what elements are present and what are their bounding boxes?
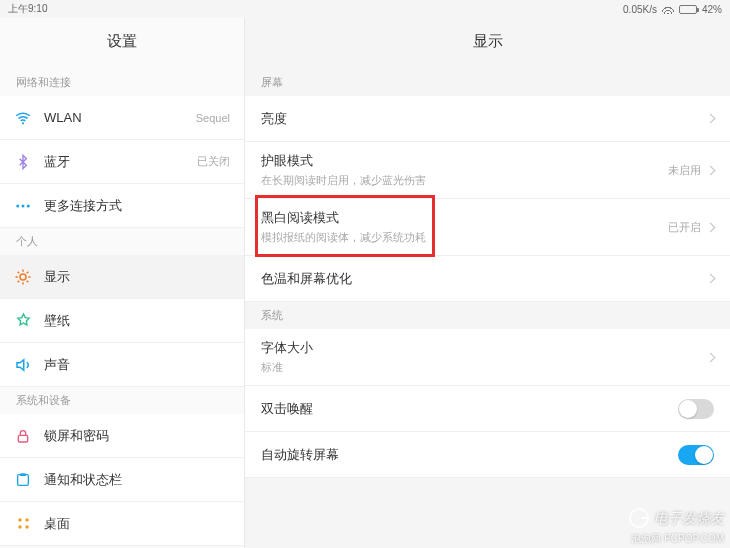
chevron-right-icon <box>706 165 716 175</box>
status-right: 0.05K/s 42% <box>623 4 722 15</box>
row-title: 字体大小 <box>261 339 707 357</box>
svg-point-1 <box>16 204 19 207</box>
row-state: 未启用 <box>668 163 701 178</box>
status-bar: 上午9:10 0.05K/s 42% <box>0 0 730 18</box>
toggle-auto-rotate[interactable] <box>678 445 714 465</box>
bluetooth-icon <box>14 153 32 171</box>
section-label: 网络和连接 <box>0 69 244 96</box>
sidebar-item-sound[interactable]: 声音 <box>0 343 244 387</box>
sidebar-item-notif[interactable]: 通知和状态栏 <box>0 458 244 502</box>
row-state: 已开启 <box>668 220 701 235</box>
watermark-logo-icon <box>629 508 649 528</box>
wifi-icon <box>14 109 32 127</box>
sidebar-item-label: 桌面 <box>44 515 230 533</box>
sidebar-item-bluetooth[interactable]: 蓝牙已关闭 <box>0 140 244 184</box>
svg-rect-7 <box>20 473 25 476</box>
row-brightness[interactable]: 亮度 <box>245 96 730 142</box>
sidebar-item-wlan[interactable]: WLANSequel <box>0 96 244 140</box>
sidebar-item-label: 更多连接方式 <box>44 197 230 215</box>
chevron-right-icon <box>706 222 716 232</box>
net-speed: 0.05K/s <box>623 4 657 15</box>
row-color-opt[interactable]: 色温和屏幕优化 <box>245 256 730 302</box>
svg-point-10 <box>18 525 22 529</box>
chevron-right-icon <box>706 274 716 284</box>
dots-icon <box>14 197 32 215</box>
row-eye-mode[interactable]: 护眼模式在长期阅读时启用，减少蓝光伤害未启用 <box>245 142 730 199</box>
sidebar-item-value: 已关闭 <box>197 154 230 169</box>
display-icon <box>14 268 32 286</box>
sidebar-item-more-conn[interactable]: 更多连接方式 <box>0 184 244 228</box>
panel-title: 显示 <box>245 18 730 69</box>
settings-sidebar: 设置 网络和连接WLANSequel蓝牙已关闭更多连接方式个人显示壁纸声音系统和… <box>0 18 245 548</box>
wallpaper-icon <box>14 312 32 330</box>
row-title: 黑白阅读模式 <box>261 209 668 227</box>
row-font-size[interactable]: 字体大小标准 <box>245 329 730 386</box>
notif-icon <box>14 471 32 489</box>
svg-point-4 <box>20 274 26 280</box>
svg-point-2 <box>22 204 25 207</box>
section-label: 个人 <box>0 228 244 255</box>
row-subtitle: 标准 <box>261 360 707 375</box>
row-subtitle: 模拟报纸的阅读体，减少系统功耗 <box>261 230 668 245</box>
svg-point-3 <box>27 204 30 207</box>
sidebar-item-label: 声音 <box>44 356 230 374</box>
watermark: 电子发烧友 泡泡网 PCPOP.COM <box>629 508 724 546</box>
row-title: 护眼模式 <box>261 152 668 170</box>
sidebar-item-display[interactable]: 显示 <box>0 255 244 299</box>
sidebar-item-label: 显示 <box>44 268 230 286</box>
row-title: 双击唤醒 <box>261 400 678 418</box>
svg-point-8 <box>18 518 22 522</box>
svg-point-11 <box>25 525 29 529</box>
toggle-double-tap[interactable] <box>678 399 714 419</box>
svg-rect-6 <box>18 474 29 485</box>
svg-rect-5 <box>18 435 27 442</box>
home-icon <box>14 515 32 533</box>
sidebar-item-label: WLAN <box>44 110 184 125</box>
sidebar-item-value: Sequel <box>196 112 230 124</box>
row-title: 亮度 <box>261 110 707 128</box>
sidebar-item-label: 通知和状态栏 <box>44 471 230 489</box>
detail-panel: 显示 屏幕亮度护眼模式在长期阅读时启用，减少蓝光伤害未启用黑白阅读模式模拟报纸的… <box>245 18 730 548</box>
battery-icon <box>679 5 697 14</box>
sidebar-item-lock[interactable]: 锁屏和密码 <box>0 414 244 458</box>
row-subtitle: 在长期阅读时启用，减少蓝光伤害 <box>261 173 668 188</box>
sound-icon <box>14 356 32 374</box>
chevron-right-icon <box>706 352 716 362</box>
wifi-status-icon <box>662 5 674 14</box>
status-time: 上午9:10 <box>8 2 47 16</box>
row-double-tap[interactable]: 双击唤醒 <box>245 386 730 432</box>
sidebar-item-label: 壁纸 <box>44 312 230 330</box>
row-auto-rotate[interactable]: 自动旋转屏幕 <box>245 432 730 478</box>
lock-icon <box>14 427 32 445</box>
sidebar-item-wallpaper[interactable]: 壁纸 <box>0 299 244 343</box>
svg-point-9 <box>25 518 29 522</box>
battery-pct: 42% <box>702 4 722 15</box>
group-label: 屏幕 <box>245 69 730 96</box>
section-label: 系统和设备 <box>0 387 244 414</box>
group-label: 系统 <box>245 302 730 329</box>
sidebar-item-label: 蓝牙 <box>44 153 185 171</box>
sidebar-title: 设置 <box>0 18 244 69</box>
sidebar-item-desktop[interactable]: 桌面 <box>0 502 244 546</box>
row-title: 自动旋转屏幕 <box>261 446 678 464</box>
svg-point-0 <box>22 122 24 124</box>
row-title: 色温和屏幕优化 <box>261 270 707 288</box>
row-bw-mode[interactable]: 黑白阅读模式模拟报纸的阅读体，减少系统功耗已开启 <box>245 199 730 256</box>
chevron-right-icon <box>706 114 716 124</box>
sidebar-item-label: 锁屏和密码 <box>44 427 230 445</box>
